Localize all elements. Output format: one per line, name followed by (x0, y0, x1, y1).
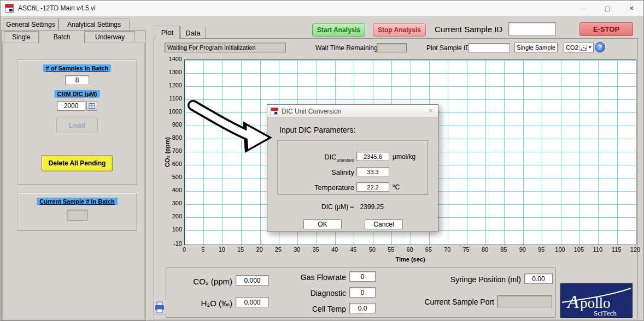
tab-label: Plot (161, 28, 173, 37)
batch-settings-group: # of Samples In Batch 8 CRM DIC (µM) 200… (17, 60, 137, 185)
x-tick-label: 55 (383, 246, 399, 253)
salinity-label: Salinity (278, 168, 354, 178)
salinity-input[interactable]: 33.3 (356, 167, 389, 176)
current-sample-port-label: Current Sample Port (412, 298, 494, 306)
samples-in-batch-input[interactable]: 8 (65, 75, 89, 85)
x-tick-label: 115 (608, 246, 625, 253)
y-tick-label: 700 (163, 147, 182, 154)
dialog-icon (271, 108, 278, 115)
help-button[interactable]: ? (595, 42, 605, 52)
x-tick-label: 70 (439, 246, 455, 253)
start-analysis-button[interactable]: Start Analysis (312, 23, 365, 37)
temperature-unit: ºC (393, 183, 400, 191)
y-tick-label: 600 (163, 160, 182, 167)
wait-time-label: Wait Time Remaining (315, 44, 378, 52)
tab-general-settings[interactable]: General Settings (3, 19, 58, 30)
crm-dic-input[interactable]: 2000 (57, 101, 85, 111)
x-tick-label: 25 (270, 246, 286, 253)
minimize-button[interactable]: — (571, 1, 595, 16)
sample-mode-value: Single Sample (517, 44, 555, 51)
chevron-down-icon (588, 46, 592, 49)
y-tick-label: 900 (163, 121, 182, 128)
x-axis-title: Time (sec) (184, 256, 636, 263)
x-tick-label: 0 (176, 246, 192, 253)
current-sample-id-label: Current Sample ID (435, 25, 502, 34)
x-tick-label: 120 (627, 246, 643, 253)
dic-standard-label: DICStandard (278, 153, 354, 163)
y-tick-label: 1200 (163, 82, 182, 88)
y-tick-label: 400 (163, 187, 182, 193)
dic-conversion-dialog: DIC Unit Conversion ✕ Input DIC Paramete… (267, 104, 438, 232)
x-tick-label: 65 (420, 246, 437, 253)
dic-standard-input[interactable]: 2345.6 (356, 152, 389, 161)
logo-subtitle: SciTech (594, 309, 617, 317)
diagnostic-label: Diagnostic (279, 289, 346, 298)
x-tick-label: 45 (345, 246, 361, 253)
crm-dic-label: CRM DIC (µM) (55, 90, 100, 98)
print-button[interactable] (153, 300, 166, 314)
tab-label: Single (12, 33, 30, 41)
x-tick-label: 75 (458, 246, 475, 253)
y-tick-label: 800 (163, 134, 182, 141)
x-tick-label: 15 (232, 246, 249, 253)
gas-select[interactable]: CO2 (564, 43, 594, 52)
stop-analysis-button[interactable]: Stop Analysis (373, 23, 426, 37)
window-title: ASC6L -12TD Main v4.5.vi (18, 4, 96, 12)
co2-readout-label: CO₂ (ppm) (166, 277, 232, 286)
y-tick-label: -10 (163, 240, 182, 247)
tab-underway[interactable]: Underway (85, 31, 135, 43)
load-button[interactable]: Load (56, 117, 98, 133)
current-sample-in-batch-label: Current Sample # In Batch (37, 198, 118, 205)
crm-dic-row: 2000 (57, 101, 97, 111)
x-tick-label: 10 (214, 246, 230, 253)
tab-batch[interactable]: Batch (39, 30, 85, 43)
x-tick-label: 85 (495, 246, 512, 253)
h2o-readout-value: 0.000 (236, 297, 269, 307)
tab-single[interactable]: Single (4, 31, 39, 43)
temperature-input[interactable]: 22.2 (356, 182, 389, 192)
estop-button[interactable]: E-STOP (579, 22, 633, 36)
dialog-title-bar: DIC Unit Conversion ✕ (267, 105, 438, 118)
y-tick-label: 500 (163, 174, 182, 180)
y-tick-label: 100 (163, 226, 182, 233)
plot-sample-id-label: Plot Sample ID (426, 44, 470, 52)
dialog-close-icon[interactable]: ✕ (428, 107, 434, 115)
delete-all-pending-button[interactable]: Delete All Pending (42, 155, 113, 171)
current-sample-in-batch-value (67, 210, 87, 221)
tab-analytical-settings[interactable]: Analytical Settings (58, 19, 130, 30)
mini-plot-icon (579, 45, 587, 51)
temperature-label: Temperature (278, 183, 354, 193)
x-tick-label: 30 (289, 246, 305, 253)
wait-time-value (377, 43, 407, 52)
field-label: Salinity (331, 168, 354, 176)
maximize-button[interactable]: ▢ (595, 1, 619, 16)
current-sample-id-input[interactable] (508, 22, 556, 36)
x-tick-label: 60 (402, 246, 418, 253)
gas-flowrate-label: Gas Flowrate (279, 273, 346, 282)
cancel-button[interactable]: Cancel (365, 219, 403, 229)
tab-plot[interactable]: Plot (155, 26, 180, 39)
sample-mode-select[interactable]: Single Sample (514, 43, 558, 52)
tab-label: Data (185, 29, 200, 37)
dialog-title: DIC Unit Conversion (282, 108, 341, 115)
unit-conversion-button[interactable] (86, 101, 97, 111)
plot-sample-id-input[interactable] (468, 43, 510, 52)
window-controls: — ▢ ✕ (571, 1, 643, 16)
y-tick-label: 1100 (163, 95, 182, 102)
title-bar: ASC6L -12TD Main v4.5.vi — ▢ ✕ (1, 1, 643, 16)
syringe-position-value: 0.00 (524, 274, 553, 284)
tab-label: Underway (95, 33, 125, 41)
close-button[interactable]: ✕ (619, 1, 643, 16)
h2o-readout-label: H₂O (‰) (166, 299, 232, 308)
converter-icon (89, 103, 95, 109)
y-tick-label: 300 (163, 200, 182, 206)
field-label-sub: Standard (337, 158, 354, 163)
apollo-logo-graphic: A pollo SciTech (561, 284, 632, 317)
x-tick-label: 80 (477, 246, 493, 253)
x-tick-label: 50 (364, 246, 380, 253)
dic-result: DIC (µM) = 2399.25 (267, 203, 438, 211)
ok-button[interactable]: OK (303, 219, 342, 229)
syringe-position-label: Syringe Position (ml) (439, 275, 521, 284)
tab-data[interactable]: Data (180, 27, 206, 38)
co2-readout-value: 0.000 (236, 275, 269, 286)
